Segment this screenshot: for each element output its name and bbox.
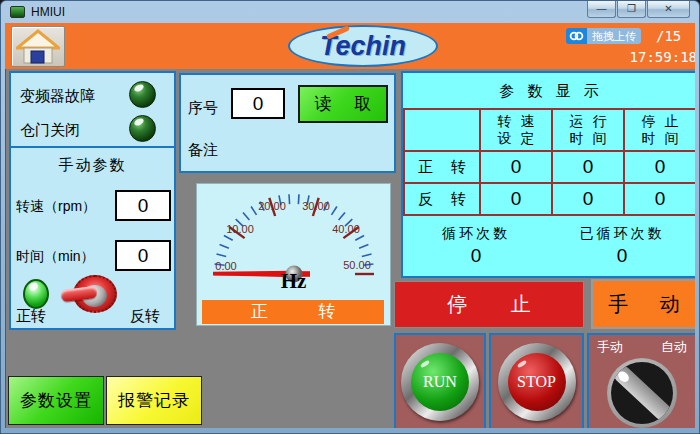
frequency-gauge-panel: 0.00 10.00 20.00 30.00 40.00 50.00 Hz 正 … [196, 183, 391, 326]
header: Techin 拖拽上传 /15 17:59:18 [5, 23, 695, 69]
brand-logo: Techin [288, 25, 438, 67]
alarm-button[interactable]: 报警记录 [106, 376, 202, 425]
table-header-row: 转 速 设 定 运 行 时 间 停 止 时 间 [404, 109, 695, 151]
home-icon [16, 28, 60, 65]
window-controls: — ❐ ✕ [586, 1, 690, 18]
minimize-button[interactable]: — [587, 1, 616, 18]
gauge-status-banner: 正 转 [202, 300, 384, 324]
status-manual-panel: 变频器故障 仓门关闭 手动参数 转速（rpm） 0 时间（min） 0 正转 反… [9, 71, 176, 330]
gauge-unit-label: Hz [197, 269, 390, 294]
door-closed-label: 仓门关闭 [20, 121, 80, 140]
inverter-fault-label: 变频器故障 [20, 87, 95, 106]
params-display-panel: 参 数 显 示 转 速 设 定 运 行 时 间 停 止 时 间 正 转 0 0 … [401, 71, 695, 278]
knob-face [611, 362, 673, 424]
cycled-count-label: 已循环次数 [549, 225, 695, 243]
params-table: 转 速 设 定 运 行 时 间 停 止 时 间 正 转 0 0 0 反 转 0 … [403, 108, 695, 216]
app-window: HMIUI — ❐ ✕ Techin [0, 0, 700, 434]
mode-selector-knob[interactable] [607, 358, 677, 428]
reverse-speed-value: 0 [480, 183, 552, 215]
run-button-ring: RUN [401, 343, 479, 421]
run-button[interactable]: RUN [411, 353, 469, 411]
table-corner-cell [404, 109, 480, 151]
door-closed-lamp [129, 115, 156, 142]
forward-stoptime-value: 0 [624, 151, 695, 183]
cycle-count-value: 0 [403, 245, 549, 267]
upload-badge-label: 拖拽上传 [587, 28, 641, 44]
row-reverse-label: 反 转 [404, 183, 480, 215]
params-title: 参 数 显 示 [403, 82, 695, 101]
page-indicator: /15 [656, 28, 681, 44]
table-row-reverse: 反 转 0 0 0 [404, 183, 695, 215]
cycle-count-block: 循环次数 0 [403, 222, 549, 267]
knob-manual-label: 手动 [597, 338, 623, 356]
cycled-count-block: 已循环次数 0 [549, 222, 695, 267]
reverse-runtime-value: 0 [552, 183, 624, 215]
reverse-label: 反转 [130, 307, 160, 326]
stop-button-ring: STOP [498, 343, 576, 421]
upload-badge[interactable]: 拖拽上传 [566, 28, 641, 44]
read-button[interactable]: 读 取 [298, 85, 388, 123]
serial-input[interactable]: 0 [231, 88, 285, 119]
serial-label: 序号 [188, 99, 218, 118]
home-button[interactable] [11, 26, 65, 67]
knob-lever [611, 362, 673, 424]
stop-banner-button[interactable]: 停 止 [394, 281, 584, 328]
hmi-screen: Techin 拖拽上传 /15 17:59:18 变频器故障 仓门关闭 手动参数… [5, 23, 695, 428]
maximize-button[interactable]: ❐ [617, 1, 646, 18]
upload-link-icon [566, 28, 587, 44]
cycled-count-value: 0 [549, 245, 695, 267]
clock: 17:59:18 [609, 49, 695, 65]
col-stop-time: 停 止 时 间 [624, 109, 695, 151]
knob-auto-label: 自动 [661, 338, 687, 356]
forward-label: 正转 [16, 307, 46, 326]
col-run-time: 运 行 时 间 [552, 109, 624, 151]
direction-toggle-switch[interactable] [61, 273, 119, 315]
app-icon [10, 6, 25, 18]
time-input[interactable]: 0 [115, 240, 171, 271]
manual-params-title: 手动参数 [11, 156, 174, 175]
panel-divider [11, 146, 174, 148]
row-forward-label: 正 转 [404, 151, 480, 183]
col-speed-setting: 转 速 设 定 [480, 109, 552, 151]
stop-button-panel: STOP [489, 333, 584, 428]
forward-speed-value: 0 [480, 151, 552, 183]
speed-label: 转速（rpm） [16, 198, 96, 216]
window-title: HMIUI [31, 5, 65, 19]
reverse-stoptime-value: 0 [624, 183, 695, 215]
mode-knob-panel: 手动 自动 [587, 333, 695, 428]
close-button[interactable]: ✕ [647, 1, 690, 18]
cycle-count-label: 循环次数 [403, 225, 549, 243]
mode-indicator[interactable]: 手 动 [591, 279, 695, 329]
knob-labels: 手动 自动 [589, 335, 695, 356]
remark-label: 备注 [188, 141, 218, 160]
settings-button[interactable]: 参数设置 [8, 376, 104, 425]
inverter-fault-lamp [129, 81, 156, 108]
titlebar[interactable]: HMIUI — ❐ ✕ [1, 1, 699, 23]
time-label: 时间（min） [16, 248, 95, 266]
svg-text:30.00: 30.00 [302, 200, 330, 212]
run-button-panel: RUN [394, 333, 486, 428]
svg-text:40.00: 40.00 [332, 223, 360, 235]
speed-input[interactable]: 0 [115, 190, 171, 221]
forward-runtime-value: 0 [552, 151, 624, 183]
svg-text:10.00: 10.00 [226, 223, 254, 235]
svg-text:20.00: 20.00 [258, 200, 286, 212]
recipe-panel: 序号 0 读 取 备注 [179, 73, 396, 173]
table-row-forward: 正 转 0 0 0 [404, 151, 695, 183]
forward-run-lamp [23, 279, 49, 309]
stop-button[interactable]: STOP [508, 353, 566, 411]
cycle-counters: 循环次数 0 已循环次数 0 [403, 222, 695, 267]
